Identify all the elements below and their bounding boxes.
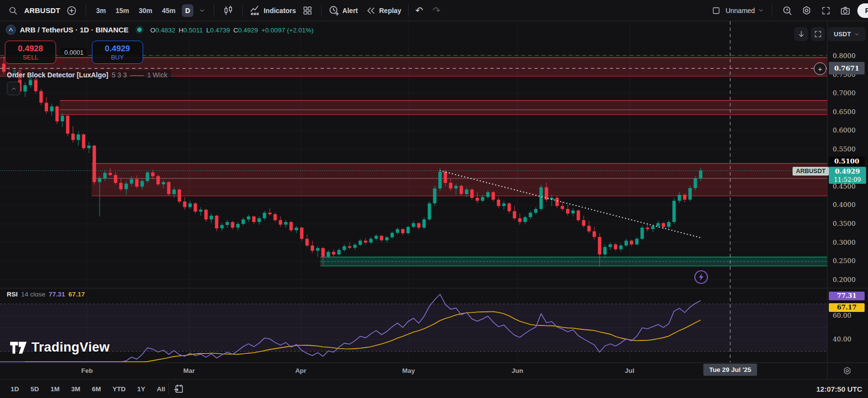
symbol-legend: ARB / TetherUS · 1D · BINANCE O0.4832H0.…: [6, 25, 317, 35]
range-button-1Y[interactable]: 1Y: [137, 385, 146, 393]
interval-button-15m[interactable]: 15m: [112, 4, 132, 17]
buy-price: 0.4929: [105, 44, 130, 54]
sell-price: 0.4928: [18, 44, 43, 54]
fullscreen-icon: [821, 6, 831, 15]
fullscreen-button[interactable]: [819, 3, 833, 18]
interval-button-3m[interactable]: 3m: [93, 4, 109, 17]
bearish-order-block[interactable]: [92, 163, 828, 196]
utc-clock[interactable]: 12:07:50 UTC: [816, 385, 868, 393]
chevron-down-icon: [758, 7, 764, 14]
axis-settings-button[interactable]: [842, 366, 852, 378]
alert-label: Alert: [342, 7, 358, 15]
replay-label: Replay: [379, 7, 401, 15]
price-axis-label: 0.6500: [833, 108, 855, 116]
rsi-legend[interactable]: RSI 14 close 77.31 67.17: [6, 290, 88, 299]
interval-button-D[interactable]: D: [182, 4, 193, 17]
collapse-legend-button[interactable]: [7, 82, 20, 95]
layout-menu-button[interactable]: Unnamed: [712, 6, 764, 15]
toolbar-separator: [408, 5, 409, 16]
interval-menu-button[interactable]: [197, 3, 207, 18]
pair-title[interactable]: ARB / TetherUS · 1D · BINANCE: [20, 26, 129, 34]
quick-search-button[interactable]: [780, 3, 794, 18]
arrow-down-icon: [797, 30, 806, 39]
spread-value: 0.0001: [61, 48, 87, 57]
sell-button[interactable]: 0.4928 SELL: [5, 41, 56, 64]
layout-square-icon: [712, 6, 721, 15]
price-axis-label: 0.7000: [833, 89, 855, 97]
tradingview-watermark[interactable]: TradingView: [10, 340, 110, 355]
publish-button[interactable]: Pu: [857, 3, 868, 18]
currency-dropdown[interactable]: USDT: [828, 27, 866, 41]
indicator-params: 5 3 3: [112, 71, 127, 79]
indicator-legend[interactable]: Order Block Detector [LuxAlgo] 5 3 3 —— …: [6, 70, 171, 80]
price-axis-label: 0.5500: [833, 145, 855, 153]
scroll-to-recent-button[interactable]: [794, 27, 808, 41]
plus-circle-icon: [66, 5, 77, 16]
crosshair-price-label: 0.7671: [829, 62, 865, 74]
bottom-toolbar: 1D5D1M3M6MYTD1YAll 12:07:50 UTC: [0, 379, 868, 398]
maximize-pane-button[interactable]: [811, 27, 825, 41]
high-label: H: [179, 27, 184, 34]
indicators-button[interactable]: Indicators: [250, 5, 296, 16]
rsi-value: 77.31: [49, 291, 65, 298]
bearish-order-block[interactable]: [60, 101, 828, 115]
gear-icon: [801, 5, 812, 16]
redo-button[interactable]: ↷: [433, 6, 441, 15]
search-icon: [8, 6, 18, 15]
market-status-dot[interactable]: [137, 28, 142, 32]
go-to-date-button[interactable]: [172, 382, 186, 396]
range-button-3M[interactable]: 3M: [71, 385, 80, 393]
toolbar-separator: [772, 5, 772, 16]
top-toolbar: ARBUSDT 3m15m30m45mD Indicators Alert Re…: [0, 0, 868, 21]
buy-label: BUY: [111, 54, 124, 61]
range-button-YTD[interactable]: YTD: [113, 385, 126, 393]
low-label: L: [206, 27, 210, 34]
symbol-name[interactable]: ARBUSDT: [24, 6, 60, 15]
interval-button-45m[interactable]: 45m: [159, 4, 179, 17]
tradingview-app: ARBUSDT 3m15m30m45mD Indicators Alert Re…: [0, 0, 868, 398]
range-button-1D[interactable]: 1D: [11, 385, 19, 393]
arb-logo-icon: [8, 27, 14, 32]
replay-button[interactable]: Replay: [366, 5, 401, 16]
flash-feature-badge[interactable]: [692, 268, 710, 286]
toolbar-separator: [86, 5, 86, 16]
chart-type-button[interactable]: [221, 3, 235, 18]
price-axis-label: 0.3000: [833, 238, 855, 246]
toolbar-separator: [214, 5, 214, 16]
rsi-ma-value: 67.17: [69, 291, 85, 298]
snapshot-button[interactable]: [838, 3, 853, 18]
close-value: 0.4929: [238, 27, 258, 34]
trade-panel: 0.4928 SELL 0.0001 0.4929 BUY: [5, 41, 143, 64]
time-axis-month-label: May: [394, 367, 423, 374]
tradingview-logo-text: TradingView: [31, 340, 110, 355]
indicators-label: Indicators: [264, 7, 296, 15]
settings-button[interactable]: [799, 3, 814, 18]
alert-button[interactable]: Alert: [328, 5, 358, 16]
chevron-down-icon: [854, 31, 860, 37]
time-axis-month-label: Apr: [286, 367, 315, 374]
replay-icon: [366, 5, 376, 16]
open-label: O: [150, 27, 156, 34]
rsi-ma-badge: 67.17: [829, 303, 865, 312]
add-alert-plus-icon[interactable]: +: [814, 62, 826, 75]
indicator-templates-button[interactable]: [300, 3, 314, 18]
alert-clock-icon: [328, 5, 339, 16]
symbol-search-button[interactable]: [6, 3, 20, 18]
bar-countdown: 11:52:09: [829, 176, 866, 184]
price-axis-label: 0.6000: [833, 126, 855, 134]
range-button-6M[interactable]: 6M: [92, 385, 101, 393]
compare-add-button[interactable]: [64, 3, 79, 18]
interval-button-30m[interactable]: 30m: [135, 4, 156, 17]
range-button-1M[interactable]: 1M: [51, 385, 60, 393]
undo-button[interactable]: ↶: [415, 6, 423, 15]
last-price-symbol-tag: ARBUSDT: [793, 167, 829, 176]
range-button-5D[interactable]: 5D: [30, 385, 39, 393]
sell-label: SELL: [23, 54, 38, 61]
lightning-icon: [692, 268, 710, 286]
buy-button[interactable]: 0.4929 BUY: [92, 41, 143, 64]
price-axis-label: 0.2500: [833, 257, 855, 265]
calendar-goto-icon: [174, 383, 184, 394]
price-axis-label: 0.3500: [833, 220, 855, 227]
range-button-All[interactable]: All: [157, 385, 165, 393]
indicators-icon: [250, 5, 261, 16]
